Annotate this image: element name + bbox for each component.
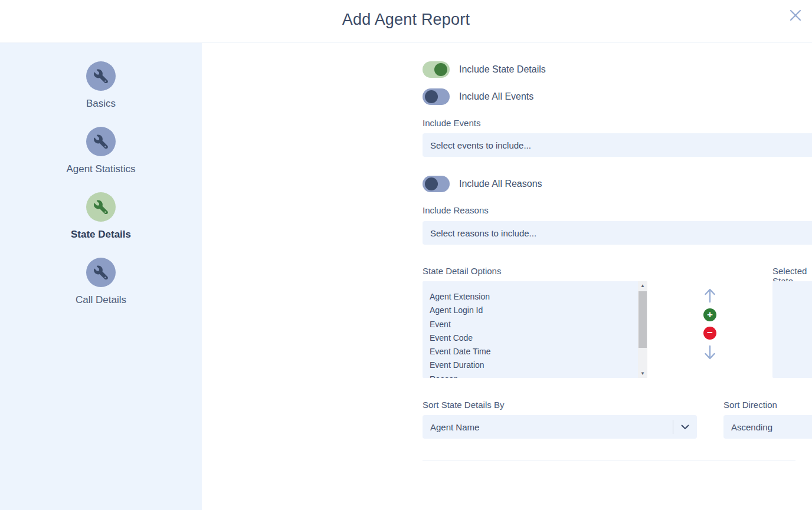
transfer-controls: + −: [701, 288, 719, 360]
scrollbar-thumb[interactable]: [639, 291, 647, 348]
list-item[interactable]: Event Duration: [430, 358, 636, 372]
state-detail-options-listbox[interactable]: Agent Extension Agent Login Id Event Eve…: [423, 281, 647, 378]
toggle-label: Include All Events: [459, 91, 533, 102]
sort-direction-label: Sort Direction: [723, 400, 777, 410]
page-title: Add Agent Report: [0, 11, 812, 29]
close-icon: [789, 9, 802, 22]
modal-header: Add Agent Report: [0, 0, 812, 42]
list-item[interactable]: Event Date Time: [430, 345, 636, 358]
sort-by-dropdown[interactable]: Agent Name: [423, 415, 697, 439]
move-up-button[interactable]: [703, 288, 716, 303]
list-item[interactable]: Agent Extension: [430, 290, 636, 304]
dropdown-value: Ascending: [723, 422, 812, 432]
wizard-sidebar: Basics Agent Statistics State Details Ca…: [0, 43, 202, 510]
include-state-details-row: Include State Details: [423, 61, 546, 78]
move-down-button[interactable]: [703, 345, 716, 360]
arrow-up-icon: [703, 288, 716, 303]
add-agent-report-modal: Add Agent Report Basics Agent Statistics…: [0, 0, 812, 510]
include-events-label: Include Events: [423, 118, 480, 128]
sidebar-item-label: Call Details: [76, 294, 126, 306]
add-option-button[interactable]: +: [703, 308, 716, 321]
include-reasons-dropdown[interactable]: Select reasons to include...: [423, 221, 812, 245]
basics-step-circle: [86, 61, 116, 91]
state-details-step-circle: [86, 192, 116, 222]
arrow-down-icon: [703, 345, 716, 360]
sort-by-label: Sort State Details By: [423, 400, 504, 410]
include-reasons-label: Include Reasons: [423, 205, 489, 215]
include-all-events-row: Include All Events: [423, 88, 533, 105]
sidebar-item-label: Basics: [86, 98, 116, 110]
dropdown-placeholder: Select events to include...: [423, 140, 812, 150]
listbox-scrollbar[interactable]: ▲ ▼: [638, 281, 647, 378]
include-events-dropdown[interactable]: Select events to include...: [423, 133, 812, 157]
state-details-form: Include State Details Include All Events…: [202, 43, 812, 510]
list-item[interactable]: Reason: [430, 373, 636, 378]
wrench-icon: [94, 200, 108, 214]
toggle-knob: [434, 63, 447, 76]
chevron-down-icon: [673, 425, 697, 430]
scroll-up-icon[interactable]: ▲: [638, 281, 647, 290]
sidebar-item-label: State Details: [71, 229, 131, 241]
option-list: Agent Extension Agent Login Id Event Eve…: [430, 290, 636, 378]
footer-divider: [423, 460, 795, 461]
list-item[interactable]: Event: [430, 318, 636, 331]
toggle-knob: [425, 90, 438, 103]
sort-direction-dropdown[interactable]: Ascending: [723, 415, 812, 439]
include-all-events-toggle[interactable]: [423, 88, 450, 105]
include-all-reasons-toggle[interactable]: [423, 176, 450, 192]
selected-options-listbox[interactable]: [772, 281, 812, 378]
remove-option-button[interactable]: −: [703, 327, 716, 340]
state-detail-options-label: State Detail Options: [423, 266, 501, 276]
dropdown-value: Agent Name: [423, 422, 673, 432]
sidebar-item-label: Agent Statistics: [66, 163, 135, 175]
sidebar-item-call-details[interactable]: Call Details: [0, 258, 202, 306]
toggle-knob: [425, 177, 438, 190]
dropdown-placeholder: Select reasons to include...: [423, 228, 812, 238]
wrench-icon: [94, 69, 108, 83]
agent-statistics-step-circle: [86, 127, 116, 156]
scroll-down-icon[interactable]: ▼: [638, 369, 647, 378]
sidebar-item-agent-statistics[interactable]: Agent Statistics: [0, 127, 202, 175]
close-button[interactable]: [787, 7, 804, 24]
wrench-icon: [94, 265, 108, 279]
toggle-label: Include State Details: [459, 64, 546, 75]
call-details-step-circle: [86, 258, 116, 287]
wrench-icon: [94, 134, 108, 149]
toggle-label: Include All Reasons: [459, 179, 542, 189]
include-state-details-toggle[interactable]: [423, 61, 450, 78]
list-item[interactable]: Event Code: [430, 331, 636, 345]
include-all-reasons-row: Include All Reasons: [423, 176, 542, 192]
sidebar-item-basics[interactable]: Basics: [0, 61, 202, 110]
list-item[interactable]: Agent Login Id: [430, 304, 636, 317]
sidebar-item-state-details[interactable]: State Details: [0, 192, 202, 241]
